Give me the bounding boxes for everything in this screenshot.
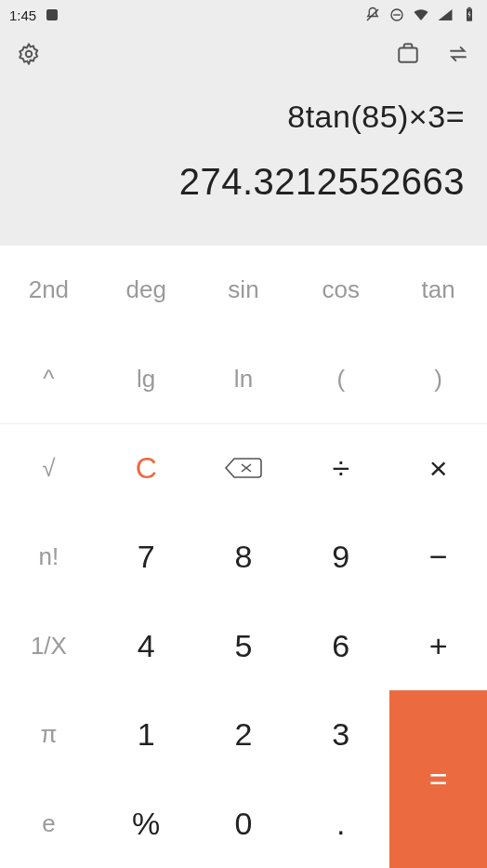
swap-icon[interactable] [446, 42, 470, 70]
result: 274.3212552663 [22, 161, 465, 203]
key-dot[interactable]: . [292, 779, 389, 868]
key-pow[interactable]: ^ [0, 335, 98, 424]
key-percent[interactable]: % [98, 779, 195, 868]
svg-rect-5 [468, 7, 471, 9]
status-bar: 1:45 [0, 0, 487, 30]
toolbar [0, 30, 487, 82]
key-4[interactable]: 4 [98, 601, 195, 690]
key-8[interactable]: 8 [195, 513, 293, 602]
key-0[interactable]: 0 [195, 779, 293, 868]
key-equals[interactable]: = [389, 690, 487, 868]
settings-icon[interactable] [17, 42, 41, 70]
key-multiply[interactable]: × [389, 423, 487, 513]
mute-icon [364, 7, 381, 23]
key-lparen[interactable]: ( [292, 335, 389, 424]
key-7[interactable]: 7 [98, 513, 195, 602]
svg-rect-0 [46, 9, 58, 20]
key-clear[interactable]: C [98, 423, 195, 513]
key-sqrt[interactable]: √ [0, 423, 98, 513]
expression: 8tan(85)×3= [22, 99, 465, 135]
key-9[interactable]: 9 [292, 513, 389, 602]
key-reciprocal[interactable]: 1/X [0, 601, 98, 690]
display: 8tan(85)×3= 274.3212552663 [0, 82, 487, 246]
key-tan[interactable]: tan [389, 246, 487, 335]
key-1[interactable]: 1 [98, 690, 195, 780]
wifi-icon [413, 7, 429, 23]
key-deg[interactable]: deg [98, 246, 195, 335]
key-divide[interactable]: ÷ [292, 423, 389, 513]
app-indicator-icon [44, 7, 60, 23]
keypad: 2nd deg sin cos tan ^ lg ln ( ) √ C ÷ × … [0, 246, 487, 868]
key-2[interactable]: 2 [195, 690, 293, 780]
key-2nd[interactable]: 2nd [0, 246, 98, 335]
key-e[interactable]: e [0, 779, 98, 868]
key-5[interactable]: 5 [195, 601, 293, 690]
cell-signal-icon [437, 7, 454, 23]
key-cos[interactable]: cos [292, 246, 389, 335]
key-add[interactable]: + [389, 601, 487, 690]
key-pi[interactable]: π [0, 690, 98, 780]
svg-point-6 [26, 51, 33, 58]
key-factorial[interactable]: n! [0, 513, 98, 602]
key-3[interactable]: 3 [292, 690, 389, 780]
key-ln[interactable]: ln [195, 335, 293, 424]
pip-icon[interactable] [396, 42, 420, 70]
key-lg[interactable]: lg [98, 335, 195, 424]
key-sin[interactable]: sin [195, 246, 293, 335]
key-subtract[interactable]: − [389, 513, 487, 602]
battery-charging-icon [461, 7, 478, 23]
svg-rect-7 [399, 48, 417, 62]
key-backspace[interactable] [195, 423, 293, 513]
clock: 1:45 [9, 7, 36, 23]
key-rparen[interactable]: ) [389, 335, 487, 424]
key-6[interactable]: 6 [292, 601, 389, 690]
dnd-icon [388, 7, 405, 23]
